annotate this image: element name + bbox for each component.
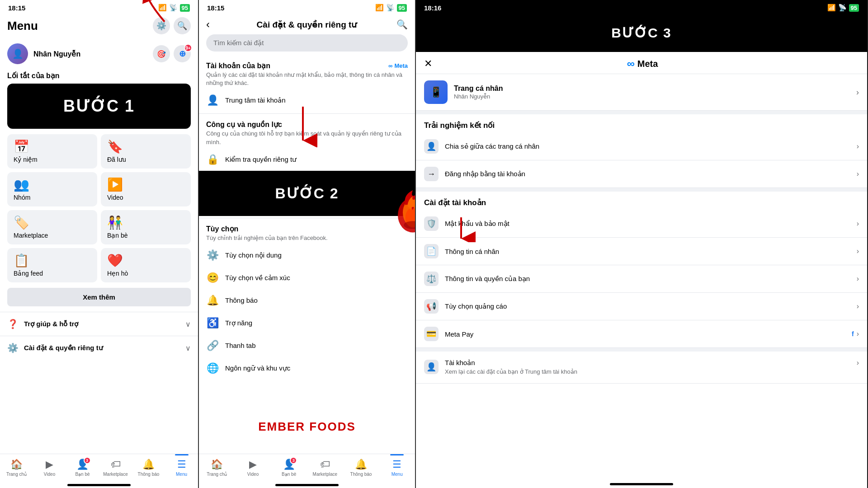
notifications-nav-label-2: Thông báo [350,472,372,477]
content-options[interactable]: ⚙️ Tùy chọn nội dung [199,244,415,267]
language-settings[interactable]: 🌐 Ngôn ngữ và khu vực [199,357,415,380]
help-accordion[interactable]: ❓ Trợ giúp & hỗ trợ ∨ [0,312,198,336]
profile-row[interactable]: 👤 Nhân Nguyễn 🎯 ⊕ 9+ [0,40,198,70]
nav-video-1[interactable]: ▶ Video [33,458,66,479]
marketplace-icon: 🏷️ [14,216,91,229]
account-center-icon: 👤 [206,94,219,106]
p3-profile-info: Trang cá nhân Nhân Nguyễn [454,84,850,100]
info-rights[interactable]: ⚖️ Thông tin và quyền của bạn › [416,265,867,293]
personal-info[interactable]: 📄 Thông tin cá nhân › [416,238,867,265]
nav-friends-1[interactable]: 3 👤 Bạn bè [66,458,99,479]
login-with-account[interactable]: → Đăng nhập bằng tài khoản › [416,160,867,188]
nav-friends-2[interactable]: 3 👤 Bạn bè [271,458,307,479]
settings-accordion[interactable]: ⚙️ Cài đặt & quyền riêng tư ∨ [0,336,198,360]
close-button-3[interactable]: ✕ [424,58,432,70]
search-button-2[interactable]: 🔍 [396,19,408,30]
language-icon: 🌐 [206,362,219,374]
wifi-icon-3: 📡 [838,4,847,12]
content-options-icon: ⚙️ [206,249,219,261]
ad-preferences[interactable]: 📢 Tùy chọn quảng cáo › [416,293,867,320]
account-title: Tài khoản của bạn [206,61,270,70]
battery-3: 95 [849,4,859,12]
menu-item-saved[interactable]: 🔖 Đã lưu [101,134,191,169]
options-desc: Tùy chỉnh trải nghiệm của bạn trên Faceb… [206,234,408,242]
header-icons-1: ⚙️ 🔍 [153,17,191,34]
nav-marketplace-2[interactable]: 🏷 Marketplace [307,458,343,479]
battery-2: 95 [397,4,407,12]
more-button[interactable]: Xem thêm [7,288,191,306]
menu-item-dating[interactable]: ❤️ Hẹn hò [101,248,191,282]
nav-notifications-2[interactable]: 🔔 Thông báo [343,458,379,479]
info-rights-chevron: › [857,275,859,283]
nav-menu-2[interactable]: ☰ Menu [379,458,415,479]
notification-dot[interactable]: ⊕ 9+ [174,45,191,62]
divider-1 [199,113,415,114]
step-banner-2: BƯỚC 2 [199,171,415,216]
privacy-check[interactable]: 🔒 Kiểm tra quyền riêng tư [199,148,415,171]
profile-item-3[interactable]: 📱 Trang cá nhân Nhân Nguyễn › [416,74,867,111]
privacy-label: Kiểm tra quyền riêng tư [225,155,297,164]
account-item-label: Tài khoản [445,359,850,367]
friends-badge-2: 3 [290,457,297,464]
step-banner-3: BƯỚC 3 [416,14,867,52]
home-nav-icon: 🏠 [10,459,23,470]
accessibility-icon: ♿ [206,317,219,329]
nav-marketplace-1[interactable]: 🏷 Marketplace [99,458,132,479]
meta-pay[interactable]: 💳 Meta Pay f › [416,320,867,348]
menu-item-kyniemm[interactable]: 📅 Kỷ niệm [7,134,97,169]
tools-title: Công cụ và nguồn lực [206,121,282,128]
nav-home-2[interactable]: 🏠 Trang chủ [199,458,235,479]
menu-item-groups[interactable]: 👥 Nhóm [7,172,97,206]
tools-desc: Công cụ của chúng tôi hỗ trợ bạn kiểm so… [206,130,408,146]
status-bar-1: 18:15 📶 📡 95 [0,0,198,14]
tab-bar-settings[interactable]: 🔗 Thanh tab [199,334,415,357]
login-icon: → [424,167,439,181]
marketplace-nav-icon: 🏷 [111,459,121,470]
story-button[interactable]: 🎯 [153,45,170,62]
password-security[interactable]: 🛡️ Mật khẩu và bảo mật › [416,210,867,238]
notifications-settings[interactable]: 🔔 Thông báo [199,289,415,312]
menu-item-video[interactable]: ▶️ Video [101,172,191,206]
memories-label: Kỷ niệm [14,156,91,163]
nav-menu-1[interactable]: ☰ Menu [165,458,198,479]
meta-logo-label: Meta [637,59,658,69]
signal-icon-3: 📶 [827,4,836,12]
p3-content: 📱 Trang cá nhân Nhân Nguyễn › Trải nghiệ… [416,74,867,479]
account-item[interactable]: 👤 Tài khoản Xem lại các cài đặt của bạn … [416,352,867,384]
user-name: Nhân Nguyễn [33,50,80,58]
groups-label: Nhóm [14,194,91,201]
emotion-options[interactable]: 😊 Tùy chọn về cảm xúc [199,267,415,289]
accessibility-settings[interactable]: ♿ Trợ năng [199,312,415,334]
personal-info-icon: 📄 [424,244,439,258]
settings-button[interactable]: ⚙️ [153,17,170,34]
nav-home-1[interactable]: 🏠 Trang chủ [0,458,33,479]
help-label: Trợ giúp & hỗ trợ [24,320,78,328]
settings-label: Cài đặt & quyền riêng tư [24,344,103,352]
nav-notifications-1[interactable]: 🔔 Thông báo [132,458,165,479]
settings-icon: ⚙️ [7,343,19,353]
share-profiles[interactable]: 👤 Chia sẻ giữa các trang cá nhân › [416,133,867,160]
app-header-1: Menu ⚙️ 🔍 [0,14,198,40]
password-icon: 🛡️ [424,216,439,231]
account-item-icon: 👤 [424,360,439,374]
menu-item-marketplace[interactable]: 🏷️ Marketplace [7,210,97,244]
search-bar-2[interactable]: Tìm kiếm cài đặt [206,34,408,52]
menu-item-friends[interactable]: 👫 Bạn bè [101,210,191,244]
dating-label: Hẹn hò [107,270,184,277]
personal-info-chevron: › [857,247,859,255]
personal-info-wrapper: 📄 Thông tin cá nhân › [416,238,867,265]
p3-modal-header: ✕ ∞ Meta [416,52,867,74]
info-rights-icon: ⚖️ [424,272,439,286]
home-indicator-2 [275,484,339,486]
personal-info-label: Thông tin cá nhân [445,248,850,255]
dating-icon: ❤️ [107,254,184,267]
search-button-1[interactable]: 🔍 [174,17,191,34]
options-title: Tùy chọn [206,225,238,233]
menu-item-feed[interactable]: 📋 Bảng feed [7,248,97,282]
share-profiles-label: Chia sẻ giữa các trang cá nhân [445,142,850,150]
settings-account-center[interactable]: 👤 Trung tâm tài khoản [199,89,415,112]
back-button-2[interactable]: ‹ [206,18,210,31]
bottom-nav-2: 🏠 Trang chủ ▶ Video 3 👤 Bạn bè 🏷 Marketp… [199,454,415,481]
nav-video-2[interactable]: ▶ Video [235,458,271,479]
p2-title: Cài đặt & quyền riêng tư [217,19,396,30]
